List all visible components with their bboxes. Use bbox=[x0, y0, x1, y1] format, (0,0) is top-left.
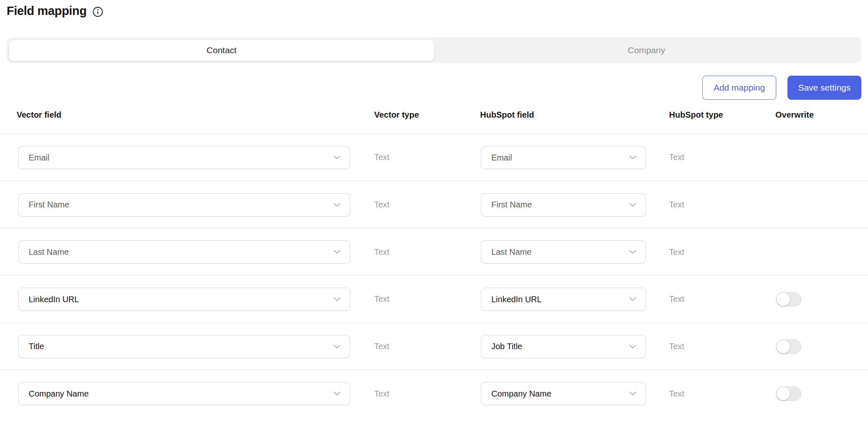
hubspot-type-value: Text bbox=[669, 323, 684, 370]
chevron-down-icon bbox=[629, 297, 636, 301]
hubspot-field-value: First Name bbox=[491, 200, 532, 210]
vector-type-value: Text bbox=[374, 370, 390, 417]
vector-field-value: First Name bbox=[29, 200, 69, 210]
vector-field-value: Title bbox=[29, 342, 44, 351]
actions-toolbar: Add mapping Save settings bbox=[702, 76, 861, 100]
hubspot-type-value: Text bbox=[669, 228, 684, 276]
vector-field-select[interactable]: Email bbox=[18, 146, 350, 169]
chevron-down-icon bbox=[629, 250, 636, 254]
column-header-vector-type: Vector type bbox=[374, 110, 419, 120]
hubspot-field-value: Email bbox=[491, 153, 512, 163]
toggle-knob bbox=[777, 340, 790, 353]
hubspot-field-select[interactable]: Email bbox=[481, 146, 646, 169]
vector-field-select[interactable]: Company Name bbox=[18, 382, 350, 405]
vector-field-select[interactable]: LinkedIn URL bbox=[18, 288, 350, 311]
hubspot-field-value: LinkedIn URL bbox=[491, 295, 542, 304]
column-header-hubspot-field: HubSpot field bbox=[480, 110, 534, 120]
column-header-vector-field: Vector field bbox=[17, 110, 61, 120]
tab-company[interactable]: Company bbox=[434, 40, 859, 61]
hubspot-field-select[interactable]: LinkedIn URL bbox=[481, 288, 646, 311]
hubspot-field-select[interactable]: Job Title bbox=[481, 335, 646, 358]
tab-bar: Contact Company bbox=[7, 37, 861, 63]
vector-type-value: Text bbox=[374, 276, 390, 323]
page-header: Field mapping bbox=[7, 4, 103, 18]
overwrite-toggle[interactable] bbox=[776, 292, 802, 307]
chevron-down-icon bbox=[629, 155, 636, 160]
column-header-overwrite: Overwrite bbox=[775, 110, 814, 120]
vector-field-select[interactable]: Title bbox=[18, 335, 350, 358]
table-row: Title Text Job Title Text bbox=[0, 323, 868, 370]
hubspot-field-value: Last Name bbox=[491, 247, 532, 257]
hubspot-field-value: Company Name bbox=[491, 389, 552, 399]
info-icon[interactable] bbox=[93, 7, 103, 17]
vector-type-value: Text bbox=[374, 181, 390, 229]
chevron-down-icon bbox=[333, 203, 341, 207]
hubspot-field-select[interactable]: First Name bbox=[481, 193, 646, 217]
column-header-hubspot-type: HubSpot type bbox=[669, 110, 723, 120]
chevron-down-icon bbox=[629, 345, 636, 349]
chevron-down-icon bbox=[629, 203, 636, 207]
vector-field-select[interactable]: First Name bbox=[18, 193, 350, 217]
chevron-down-icon bbox=[333, 250, 341, 254]
hubspot-type-value: Text bbox=[669, 181, 684, 229]
table-row: Email Text Email Text bbox=[0, 133, 868, 181]
chevron-down-icon bbox=[333, 297, 341, 301]
chevron-down-icon bbox=[333, 392, 341, 396]
table-row: Last Name Text Last Name Text bbox=[0, 228, 868, 275]
overwrite-toggle[interactable] bbox=[776, 386, 802, 401]
vector-field-value: Company Name bbox=[29, 389, 89, 399]
hubspot-type-value: Text bbox=[669, 134, 684, 181]
hubspot-field-select[interactable]: Company Name bbox=[481, 382, 646, 405]
vector-type-value: Text bbox=[374, 323, 390, 370]
vector-field-value: LinkedIn URL bbox=[29, 295, 79, 304]
vector-field-value: Email bbox=[29, 153, 49, 163]
hubspot-type-value: Text bbox=[669, 370, 684, 417]
table-row: LinkedIn URL Text LinkedIn URL Text bbox=[0, 275, 868, 323]
save-settings-button[interactable]: Save settings bbox=[787, 76, 861, 100]
toggle-knob bbox=[777, 293, 790, 306]
chevron-down-icon bbox=[629, 392, 636, 396]
chevron-down-icon bbox=[333, 155, 341, 160]
table-row: First Name Text First Name Text bbox=[0, 181, 868, 228]
hubspot-field-select[interactable]: Last Name bbox=[481, 240, 646, 264]
chevron-down-icon bbox=[333, 345, 341, 349]
add-mapping-button[interactable]: Add mapping bbox=[702, 76, 776, 100]
vector-field-select[interactable]: Last Name bbox=[18, 240, 350, 264]
page-title: Field mapping bbox=[7, 4, 87, 18]
hubspot-field-value: Job Title bbox=[491, 342, 522, 351]
toggle-knob bbox=[777, 387, 790, 400]
vector-type-value: Text bbox=[374, 228, 390, 276]
tab-contact[interactable]: Contact bbox=[9, 40, 434, 61]
table-row: Company Name Text Company Name Text bbox=[0, 370, 868, 417]
hubspot-type-value: Text bbox=[669, 276, 684, 323]
vector-field-value: Last Name bbox=[29, 247, 69, 257]
vector-type-value: Text bbox=[374, 134, 390, 181]
overwrite-toggle[interactable] bbox=[776, 339, 802, 354]
mapping-table: Email Text Email Text First Name bbox=[0, 133, 868, 417]
